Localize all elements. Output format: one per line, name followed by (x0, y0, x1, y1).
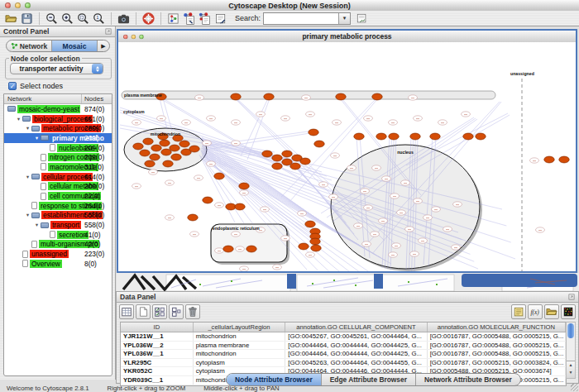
tab-mosaic-label: Mosaic (63, 42, 87, 50)
search-field: ▾ (263, 12, 351, 25)
snapshot-button[interactable] (116, 12, 132, 26)
zoom-fit-button[interactable]: 1 (91, 12, 107, 26)
toolbar-separator (136, 12, 136, 25)
table-cell: [GO:0044464, GO:0044444, GO:0044425, G..… (285, 342, 427, 350)
expand-triangle-icon[interactable]: ▼ (33, 222, 41, 227)
select-attributes-button[interactable] (152, 304, 167, 319)
tree-row-unassigned[interactable]: unassigned223(0) (4, 249, 112, 259)
tree-column-network: Network (7, 95, 31, 103)
table-cell: cytoplasm (194, 359, 286, 367)
tree-row-establishment-of-lo[interactable]: ▼establishment of lo558(0) (4, 211, 112, 221)
file-icon (22, 251, 28, 258)
select-nodes-label: Select nodes (20, 82, 63, 90)
status-zoom-hint: Right-click + drag to ZOOM (108, 385, 186, 392)
search-input[interactable] (264, 14, 338, 23)
trash-button[interactable] (185, 304, 200, 319)
table-column-header[interactable]: annotation.GO CELLULAR_COMPONENT (285, 323, 427, 332)
tree-row-overview[interactable]: Overview8(0) (4, 259, 112, 269)
table-row[interactable]: YLR295Ccytoplasm[GO:0045263, GO:0044464,… (121, 359, 566, 368)
notes-button[interactable] (511, 304, 526, 319)
node-color-dropdown[interactable]: transporter activity (10, 63, 103, 74)
table-column-header[interactable]: _cellularLayoutRegion (194, 323, 286, 332)
help-button[interactable] (141, 12, 156, 26)
file-icon (31, 241, 37, 248)
zoom-selected-button[interactable] (75, 12, 91, 26)
resize-grip[interactable] (571, 384, 578, 391)
network-tab-icon (11, 42, 18, 50)
folder-icon (7, 106, 16, 112)
tree-row-primary-metabo[interactable]: ▼primary metabo209(... (4, 133, 112, 143)
tree-row-response-to-stimulu[interactable]: response to stimulu264(0) (4, 201, 112, 211)
new-doc-button[interactable] (136, 304, 151, 319)
zoom-out-button[interactable] (44, 12, 60, 26)
import-node-attributes-icon (183, 12, 195, 25)
tree-row-node-count: 614(0) (84, 173, 104, 181)
table-row[interactable]: YPL036W__1mitochondrion[GO:0044464, GO:0… (121, 350, 566, 359)
expand-triangle-icon[interactable]: ▼ (33, 136, 41, 141)
window-titlebar[interactable]: Cytoscape Desktop (New Session) (0, 0, 579, 12)
tree-row-metabolic-process[interactable]: ▼metabolic process280(0) (4, 123, 112, 133)
file-icon (22, 260, 28, 267)
annotation-button[interactable] (213, 12, 228, 26)
table-vertical-scrollbar[interactable]: ▲▼ (566, 322, 576, 379)
open-attributes-icon (546, 306, 557, 318)
float-panel-icon[interactable] (104, 27, 112, 36)
table-column-header[interactable]: ID (121, 323, 194, 332)
table-cell: YPL036W__1 (121, 350, 194, 358)
background-windows-decor (117, 273, 579, 291)
formula-button[interactable]: f(x) (528, 304, 543, 319)
vizmapper-button[interactable] (165, 12, 181, 26)
tab-mosaic[interactable]: Mosaic (52, 41, 98, 51)
table-icon (121, 306, 132, 318)
tab-overflow-button[interactable]: ▶ (98, 41, 109, 51)
open-attributes-button[interactable] (544, 304, 559, 319)
network-window-titlebar[interactable]: primary metabolic process (118, 31, 576, 43)
expand-triangle-icon[interactable]: ▼ (24, 174, 31, 179)
tree-row-mosaic-demo-yeast[interactable]: mosaic-demo-yeast874(0) (4, 104, 112, 114)
table-row[interactable]: YPL036W__2plasma membrane[GO:0044464, GO… (121, 342, 566, 351)
status-bar: Welcome to Cytoscape 2.8.1 Right-click +… (0, 384, 579, 392)
import-node-attributes-button[interactable] (181, 12, 197, 26)
folder-icon (41, 222, 49, 228)
tree-row-nucleobase-[interactable]: nucleobase-209(0) (4, 143, 112, 153)
table-column-header[interactable]: annotation.GO MOLECULAR_FUNCTION (428, 323, 566, 332)
tree-row-transport[interactable]: ▼transport558(0) (4, 220, 112, 230)
table-cell: [GO:0016787, GO:0005215, GO:0003824, G..… (428, 359, 566, 367)
tree-row-cell-communicat[interactable]: cell communicat22(0) (4, 191, 112, 201)
open-button[interactable] (3, 12, 19, 26)
zoom-in-button[interactable] (60, 12, 75, 26)
network-canvas[interactable]: plasma membranecytoplasmmitochondrionnuc… (118, 42, 576, 271)
search-dropdown-button[interactable]: ▾ (338, 13, 350, 24)
scrollbar-arrows[interactable]: ▲▼ (567, 361, 575, 378)
expand-triangle-icon[interactable]: ▼ (24, 213, 31, 218)
heatmap-button[interactable] (561, 304, 576, 319)
tree-row-macromolecule[interactable]: macromolecule311(0) (4, 162, 112, 172)
tree-row-multi-organism-pro[interactable]: multi-organism pro42(0) (4, 240, 112, 250)
tree-row-cellular-metabo[interactable]: cellular metabo209(0) (4, 182, 112, 192)
search-area: Search: ▾ (235, 12, 369, 26)
file-icon (50, 144, 55, 151)
expand-triangle-icon[interactable]: ▼ (15, 117, 22, 122)
toolbar-separator (160, 12, 161, 25)
tree-row-cellular-process[interactable]: ▼cellular process614(0) (4, 172, 112, 182)
table-button[interactable] (119, 304, 134, 319)
scrollbar-thumb[interactable] (567, 323, 574, 338)
search-config-button[interactable] (353, 12, 369, 26)
select-nodes-checkbox[interactable]: ✓ (8, 82, 17, 90)
import-edge-attributes-button[interactable] (197, 12, 213, 26)
table-cell: [GO:0016787, GO:0005488, GO:0005215, G..… (428, 332, 566, 341)
table-row[interactable]: YJR121W__1mitochondrion[GO:0045267, GO:0… (121, 332, 566, 342)
tree-row-label: biological_process (32, 115, 93, 123)
tree-row-biological-process[interactable]: ▼biological_process651(0) (4, 114, 112, 124)
tree-row-secretion[interactable]: secretion41(0) (4, 230, 112, 240)
tab-network[interactable]: Network (7, 41, 52, 51)
tree-row-nitrogen-compo[interactable]: nitrogen compo209(0) (4, 152, 112, 162)
expand-triangle-icon[interactable]: ▼ (24, 126, 31, 131)
import-edge-attributes-icon (199, 12, 211, 25)
float-panel-icon[interactable] (567, 293, 576, 301)
save-button[interactable] (19, 12, 35, 26)
tab-network-label: Network (20, 42, 48, 50)
tree-row-node-count: 22(0) (84, 192, 101, 200)
network-graph[interactable]: plasma membranecytoplasmmitochondrionnuc… (118, 42, 576, 271)
unselect-attributes-button[interactable] (169, 304, 184, 319)
